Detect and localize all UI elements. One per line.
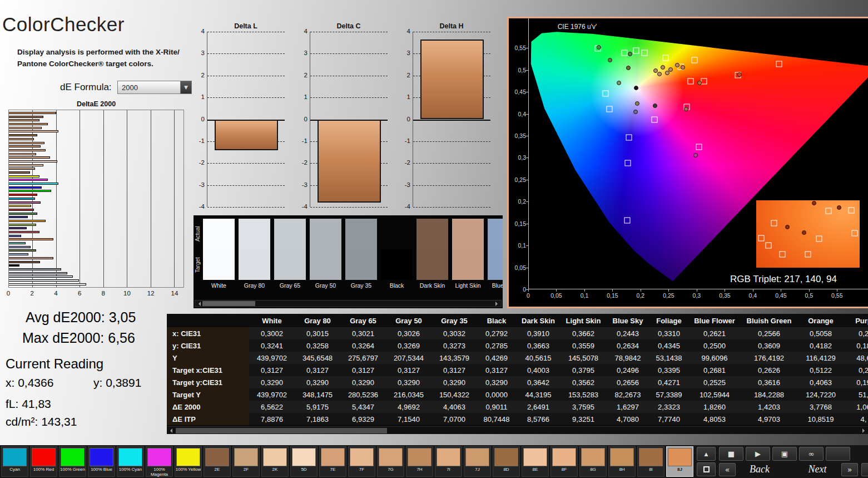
- patch-button-8g[interactable]: 8G: [579, 446, 607, 477]
- patch-label: 8E: [533, 467, 538, 472]
- patch-button-7j[interactable]: 7J: [464, 446, 491, 477]
- gridline: [413, 32, 490, 32]
- patch-button-100-red[interactable]: 100% Red: [30, 446, 57, 477]
- swatch-actual: [239, 219, 270, 249]
- scroll-right-icon[interactable]: [495, 302, 500, 306]
- stop-button[interactable]: ■: [719, 447, 743, 461]
- de-formula-dropdown[interactable]: 2000 ▼: [117, 81, 192, 94]
- patch-button-7g[interactable]: 7G: [377, 446, 404, 477]
- deltae-bar-7h: [9, 145, 41, 147]
- axis-tick-label: 0: [395, 116, 410, 122]
- cie-measured-dot: [681, 65, 685, 70]
- next-chevron-button[interactable]: »: [841, 463, 858, 476]
- deltae-bar-7j: [9, 138, 34, 140]
- page-title: ColorChecker: [2, 13, 125, 36]
- back-button[interactable]: Back: [739, 464, 780, 475]
- axis-tick-label: 0,05: [548, 292, 564, 299]
- patch-button-100-green[interactable]: 100% Green: [59, 446, 86, 477]
- table-cell: 0,3127: [477, 364, 516, 376]
- axis-tick-label: -2: [292, 159, 307, 166]
- patch-button-7h[interactable]: 7H: [406, 446, 433, 477]
- table-scrollbar-thumb[interactable]: [176, 428, 387, 433]
- table-cell: 0,3290: [431, 376, 477, 388]
- axis-tick: [781, 289, 781, 292]
- pattern-window-button[interactable]: [697, 462, 716, 476]
- patch-button-7i[interactable]: 7I: [435, 446, 462, 477]
- deltae-bar-green: [9, 213, 37, 215]
- next-button[interactable]: Next: [797, 464, 838, 475]
- patch-button-8h[interactable]: 8H: [608, 446, 636, 477]
- patch-scroll-up-button[interactable]: ▲: [697, 447, 716, 461]
- axis-tick: [528, 289, 529, 292]
- table-cell: 275,6797: [340, 352, 386, 364]
- axis-tick: [526, 92, 528, 92]
- deltae-bar-blue-flower: [9, 246, 31, 248]
- gridline: [310, 76, 388, 76]
- color-swatch-black: Black: [381, 219, 413, 289]
- back-chevron-button[interactable]: «: [719, 463, 736, 476]
- pattern-frame-button[interactable]: ▣: [772, 447, 797, 461]
- patch-color-swatch: [90, 448, 113, 466]
- swatch-scrollbar-thumb[interactable]: [202, 301, 255, 306]
- table-cell: 116,4129: [797, 352, 844, 364]
- table-cell: 0,3290: [295, 376, 340, 388]
- play-button[interactable]: ▶: [746, 447, 770, 461]
- table-cell: 0,3127: [431, 364, 477, 376]
- deltae-bar-8f: [9, 127, 42, 129]
- axis-tick-label: 0: [292, 116, 307, 122]
- table-cell: 2,6491: [516, 401, 561, 413]
- patch-button-2f[interactable]: 2F: [232, 446, 260, 477]
- patch-button-8f[interactable]: 8F: [550, 446, 578, 477]
- table-cell: 184,2288: [741, 388, 797, 401]
- inset-measured-dot: [802, 230, 806, 235]
- table-row-label: Target y:CIE31: [167, 376, 249, 388]
- axis-tick-label: 3: [292, 50, 307, 56]
- axis-tick: [668, 289, 669, 292]
- patch-button-100-yellow[interactable]: 100% Yellow: [175, 446, 202, 477]
- patch-label: 7H: [416, 467, 422, 472]
- patch-button-cyan[interactable]: Cyan: [1, 446, 28, 477]
- scroll-left-icon[interactable]: [196, 302, 201, 306]
- clipped-button[interactable]: [861, 463, 868, 476]
- patch-button-5d[interactable]: 5D: [290, 446, 318, 477]
- patch-button-8d[interactable]: 8D: [493, 446, 520, 477]
- measurement-table: WhiteGray 80Gray 65Gray 50Gray 35BlackDa…: [167, 314, 868, 434]
- patch-button-7e[interactable]: 7E: [319, 446, 346, 477]
- patch-button-8j[interactable]: 8J: [666, 446, 693, 477]
- cie-chart-title: CIE 1976 u'v': [509, 23, 646, 31]
- patch-label: 7E: [330, 467, 336, 472]
- scroll-left-icon[interactable]: [168, 428, 172, 433]
- table-cell: 1,06: [844, 401, 868, 413]
- patch-button-2e[interactable]: 2E: [204, 446, 231, 477]
- patch-button-100-blue[interactable]: 100% Blue: [88, 446, 115, 477]
- rgb-triplet-label: RGB Triplet: 217, 140, 94: [730, 274, 837, 285]
- axis-tick: [526, 136, 528, 136]
- table-cell: 153,5283: [561, 388, 606, 401]
- swatch-scrollbar[interactable]: [195, 300, 502, 307]
- patch-label: 8I: [649, 467, 653, 472]
- patch-button-8e[interactable]: 8E: [522, 446, 549, 477]
- table-cell: 0,3290: [340, 376, 386, 388]
- color-swatch-gray-35: Gray 35: [345, 219, 377, 289]
- axis-tick-label: 4: [395, 28, 410, 35]
- patch-button-7f[interactable]: 7F: [348, 446, 375, 477]
- chevrons-left-icon: «: [725, 465, 730, 474]
- gridline: [207, 53, 285, 54]
- patch-button-8i[interactable]: 8I: [637, 446, 664, 477]
- scroll-right-icon[interactable]: [862, 428, 867, 433]
- clipped-button[interactable]: [826, 447, 850, 461]
- table-scrollbar[interactable]: [167, 426, 868, 434]
- table-cell: 0,3395: [649, 364, 688, 376]
- axis-tick-label: 0,15: [509, 220, 526, 227]
- swatch-actual: [452, 219, 484, 249]
- patch-color-swatch: [292, 448, 316, 466]
- deltae-bar-purplish-blue: [9, 235, 21, 237]
- patch-button-2k[interactable]: 2K: [261, 446, 289, 477]
- patch-button-100-magenta[interactable]: 100% Magenta: [146, 446, 173, 477]
- continuous-read-button[interactable]: ∞: [799, 447, 824, 461]
- deltae-bar-blue: [9, 216, 28, 218]
- table-cell: 207,5344: [386, 352, 431, 364]
- patch-button-100-cyan[interactable]: 100% Cyan: [117, 446, 144, 477]
- swatch-label: Black: [381, 282, 413, 289]
- patch-label: 7G: [388, 467, 394, 472]
